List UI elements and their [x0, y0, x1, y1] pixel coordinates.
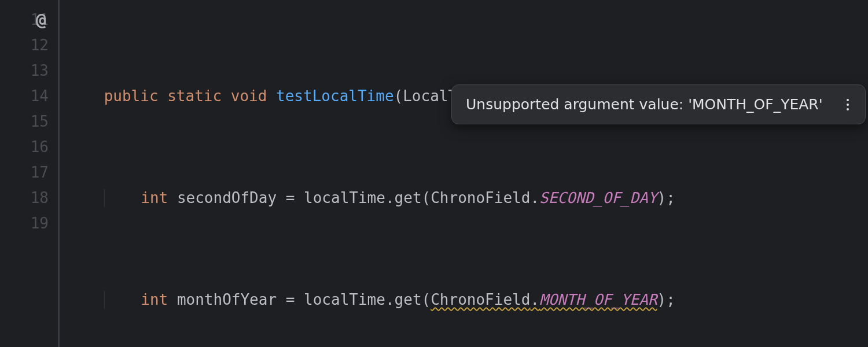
paren-open: (	[394, 87, 403, 105]
override-gutter-icon[interactable]: @	[36, 7, 46, 32]
enum-constant: SECOND_OF_DAY	[539, 189, 657, 206]
enum-class: ChronoField	[431, 189, 530, 206]
receiver: localTime	[304, 291, 385, 308]
code-area[interactable]: public static void testLocalTime(LocalTi…	[60, 0, 868, 347]
line-number: 17	[0, 160, 52, 185]
variable: monthOfYear	[177, 291, 277, 308]
tooltip-message: Unsupported argument value: 'MONTH_OF_YE…	[466, 94, 823, 115]
indent-guide	[104, 189, 105, 206]
code-line[interactable]: int monthOfYear = localTime.get(ChronoFi…	[68, 287, 868, 312]
enum-constant-warning: MONTH_OF_YEAR	[539, 291, 657, 308]
line-number: 16	[0, 134, 52, 160]
keyword-void: void	[231, 87, 267, 105]
more-actions-icon[interactable]	[844, 97, 851, 113]
variable: secondOfDay	[177, 189, 277, 206]
method-name: testLocalTime	[276, 87, 394, 105]
enum-class-warning: ChronoField	[431, 291, 530, 308]
line-number: 19	[0, 211, 52, 236]
line-number: 14	[0, 83, 52, 109]
keyword-int: int	[141, 291, 168, 308]
receiver: localTime	[304, 189, 385, 206]
line-number: 18	[0, 185, 52, 211]
code-editor: 11 12 13 14 15 16 17 18 19 @ public stat…	[0, 0, 868, 347]
line-number: 15	[0, 109, 52, 134]
indent-guide	[104, 291, 105, 308]
line-number-gutter: 11 12 13 14 15 16 17 18 19 @	[0, 0, 58, 347]
keyword-static: static	[167, 87, 222, 105]
line-number: 13	[0, 58, 52, 83]
keyword-public: public	[104, 87, 159, 105]
inspection-tooltip[interactable]: Unsupported argument value: 'MONTH_OF_YE…	[451, 84, 866, 124]
code-line[interactable]: int secondOfDay = localTime.get(ChronoFi…	[68, 185, 868, 211]
line-number: 12	[0, 32, 52, 58]
keyword-int: int	[141, 189, 168, 206]
